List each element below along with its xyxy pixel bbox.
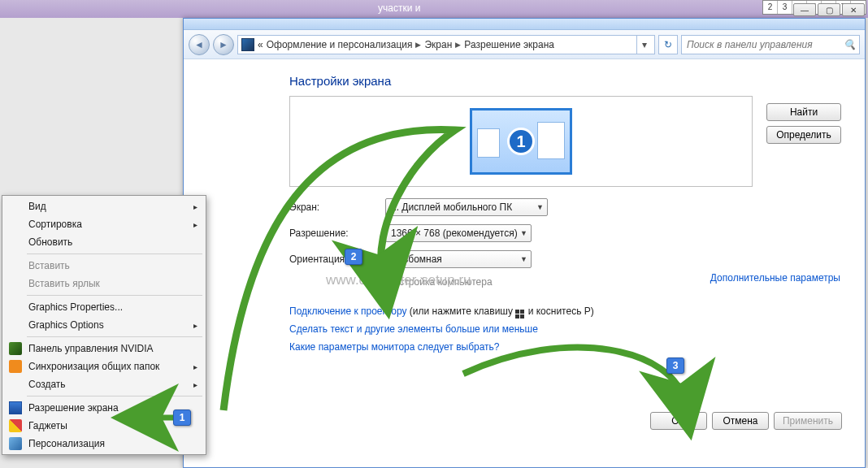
projector-tail: (или нажмите клавишу (410, 306, 513, 317)
menu-separator (27, 295, 202, 296)
bigger-text-link[interactable]: Сделать текст и другие элементы больше и… (289, 323, 538, 335)
monitor-icon (9, 401, 22, 414)
nvidia-icon (9, 342, 22, 355)
ok-button[interactable]: OK (650, 412, 707, 430)
chevron-down-icon: ▼ (520, 229, 527, 237)
windows-key-icon (515, 307, 525, 317)
gadgets-icon (9, 419, 22, 432)
breadcrumb[interactable]: « Оформление и персонализация ▶ Экран ▶ … (237, 35, 655, 54)
resolution-combo-value: 1366 × 768 (рекомендуется) (391, 228, 518, 239)
window-titlebar[interactable] (184, 19, 865, 30)
window-maximize-button[interactable]: ▢ (818, 3, 840, 16)
svg-rect-3 (520, 314, 524, 318)
screen-combo[interactable]: 1. Дисплей мобильного ПК ▼ (385, 198, 548, 216)
breadcrumb-seg[interactable]: Разрешение экрана (464, 39, 554, 50)
which-params-link[interactable]: Какие параметры монитора следует выбрать… (289, 341, 500, 353)
desktop-taskbar-strip (0, 0, 868, 18)
monitor-preview[interactable]: 1 (470, 108, 572, 175)
apply-button[interactable]: Применить (774, 412, 842, 430)
search-icon: 🔍 (844, 39, 856, 50)
projector-tail2: и коснитесь P) (528, 306, 594, 317)
control-panel-icon (241, 38, 254, 51)
navigation-bar: ◄ ► « Оформление и персонализация ▶ Экра… (184, 30, 865, 59)
resolution-label: Разрешение: (289, 228, 379, 239)
window-close-button[interactable]: ✕ (842, 3, 865, 16)
projector-link[interactable]: Подключение к проектору (289, 306, 407, 317)
svg-rect-2 (515, 314, 519, 318)
chevron-down-icon: ▼ (536, 203, 544, 211)
menu-graphics-options[interactable]: Graphics Options (4, 316, 204, 334)
svg-rect-1 (520, 310, 524, 314)
menu-sync-folders[interactable]: Синхронизация общих папок (4, 358, 204, 375)
cancel-button[interactable]: Отмена (712, 412, 769, 430)
menu-personalize[interactable]: Персонализация (4, 435, 204, 453)
screen-resolution-window: ◄ ► « Оформление и персонализация ▶ Экра… (183, 18, 866, 468)
breadcrumb-seg[interactable]: Оформление и персонализация (267, 39, 413, 50)
resolution-row: Разрешение: 1366 × 768 (рекомендуется) ▼ (289, 224, 842, 242)
orientation-label: Ориентация: (289, 254, 379, 265)
screen-combo-value: 1. Дисплей мобильного ПК (391, 202, 512, 213)
menu-sort[interactable]: Сортировка (4, 215, 204, 233)
sync-icon (9, 360, 22, 373)
mini-window-icon (477, 128, 500, 158)
menu-nvidia-panel[interactable]: Панель управления NVIDIA (4, 340, 204, 358)
page-heading: Настройки экрана (289, 74, 842, 88)
orientation-row: Ориентация: Альбомная ▼ (289, 250, 842, 268)
orientation-combo-value: Альбомная (391, 254, 442, 265)
menu-separator (27, 396, 202, 396)
menu-paste-shortcut: Вставить ярлык (4, 275, 204, 292)
refresh-button[interactable]: ↻ (658, 35, 678, 54)
menu-separator (27, 254, 202, 254)
svg-rect-0 (515, 310, 519, 314)
nav-back-button[interactable]: ◄ (189, 34, 210, 55)
dialog-button-row: OK Отмена Применить (650, 412, 842, 430)
orientation-combo[interactable]: Альбомная ▼ (385, 250, 532, 268)
menu-view[interactable]: Вид (4, 197, 204, 215)
callout-2: 2 (345, 249, 362, 265)
breadcrumb-root-chevrons: « (258, 39, 263, 50)
menu-paste: Вставить (4, 257, 204, 275)
monitor-arrangement-box[interactable]: 1 Найти Определить (289, 96, 753, 187)
callout-1: 1 (173, 410, 191, 426)
resolution-combo[interactable]: 1366 × 768 (рекомендуется) ▼ (385, 224, 532, 242)
find-button[interactable]: Найти (766, 103, 841, 121)
menu-separator (27, 336, 202, 337)
nav-forward-button[interactable]: ► (213, 34, 234, 55)
links-block: Подключение к проектору (или нажмите кла… (289, 302, 842, 356)
search-box[interactable]: 🔍 (681, 35, 860, 54)
content-area: Настройки экрана 1 Найти Определить Экра… (184, 59, 865, 467)
screen-row: Экран: 1. Дисплей мобильного ПК ▼ (289, 198, 842, 216)
menu-create[interactable]: Создать (4, 375, 204, 393)
window-minimize-button[interactable]: — (793, 3, 816, 16)
chevron-down-icon: ▼ (520, 255, 527, 263)
detect-button[interactable]: Определить (766, 126, 841, 144)
chevron-right-icon: ▶ (455, 41, 461, 49)
chevron-right-icon: ▶ (415, 41, 421, 49)
taskbar-title: участки и (378, 2, 420, 14)
calendar-tab[interactable]: 3 (778, 1, 792, 14)
callout-3: 3 (666, 358, 684, 374)
breadcrumb-dropdown[interactable]: ▾ (636, 36, 651, 54)
advanced-settings-link[interactable]: Дополнительные параметры (710, 272, 840, 284)
personalization-icon (9, 437, 22, 450)
monitor-number-badge: 1 (507, 128, 535, 155)
calendar-tab[interactable]: 2 (763, 1, 778, 14)
menu-refresh[interactable]: Обновить (4, 233, 204, 251)
menu-graphics-properties[interactable]: Graphics Properties... (4, 298, 204, 316)
mini-window-icon (537, 122, 565, 159)
search-input[interactable] (685, 38, 840, 51)
breadcrumb-seg[interactable]: Экран (424, 39, 452, 50)
screen-label: Экран: (289, 202, 379, 213)
